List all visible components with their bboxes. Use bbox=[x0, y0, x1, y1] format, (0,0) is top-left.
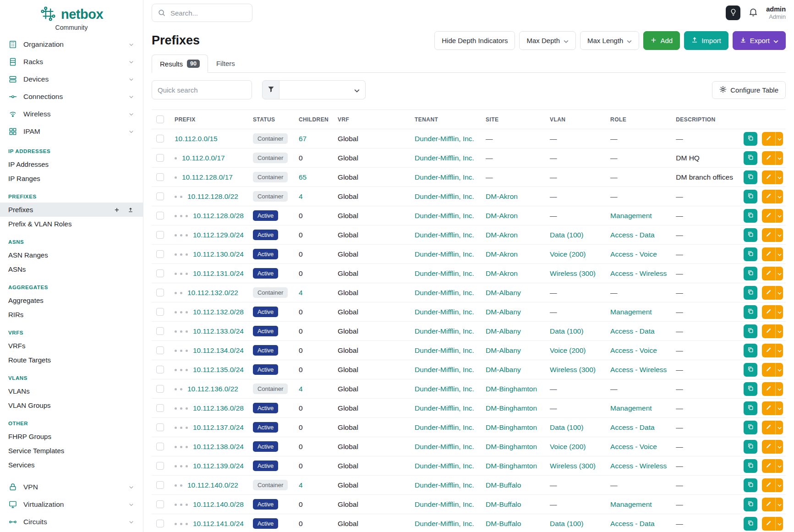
sidebar-item-ip-addresses[interactable]: IP Addresses bbox=[0, 157, 143, 171]
site-link[interactable]: DM-Binghamton bbox=[486, 462, 537, 470]
site-link[interactable]: DM-Buffalo bbox=[486, 520, 521, 527]
edit-button[interactable] bbox=[762, 498, 775, 511]
edit-dropdown-caret[interactable] bbox=[775, 247, 783, 261]
prefix-link[interactable]: 10.112.140.0/28 bbox=[193, 500, 244, 508]
column-header-site[interactable]: SITE bbox=[481, 110, 545, 129]
edit-dropdown-caret[interactable] bbox=[775, 421, 783, 434]
sidebar-group-racks[interactable]: Racks bbox=[0, 53, 143, 71]
copy-button[interactable] bbox=[744, 363, 757, 377]
edit-button[interactable] bbox=[762, 247, 775, 261]
role-link[interactable]: Access - Voice bbox=[610, 250, 657, 258]
children-count[interactable]: 65 bbox=[299, 173, 307, 181]
column-header-vrf[interactable]: VRF bbox=[333, 110, 410, 129]
sidebar-quick-add-button[interactable] bbox=[113, 206, 121, 214]
select-all-checkbox[interactable] bbox=[156, 115, 164, 123]
edit-button[interactable] bbox=[762, 324, 775, 338]
sidebar-group-connections[interactable]: Connections bbox=[0, 88, 143, 105]
vlan-link[interactable]: Voice (200) bbox=[550, 346, 586, 354]
site-link[interactable]: DM-Albany bbox=[486, 308, 521, 316]
edit-button[interactable] bbox=[762, 209, 775, 223]
edit-button[interactable] bbox=[762, 517, 775, 531]
edit-button[interactable] bbox=[762, 478, 775, 492]
sidebar-item-asn-ranges[interactable]: ASN Ranges bbox=[0, 248, 143, 262]
sidebar-quick-import-button[interactable] bbox=[126, 206, 135, 214]
children-count[interactable]: 4 bbox=[299, 289, 303, 296]
column-header-status[interactable]: STATUS bbox=[248, 110, 294, 129]
copy-button[interactable] bbox=[744, 459, 757, 473]
row-checkbox[interactable] bbox=[156, 443, 164, 450]
vlan-link[interactable]: Data (100) bbox=[550, 231, 583, 239]
edit-button[interactable] bbox=[762, 228, 775, 242]
row-checkbox[interactable] bbox=[156, 462, 164, 470]
add-button[interactable]: Add bbox=[643, 31, 680, 50]
vlan-link[interactable]: Data (100) bbox=[550, 520, 583, 527]
user-menu[interactable]: admin Admin bbox=[766, 5, 786, 21]
tenant-link[interactable]: Dunder-Mifflin, Inc. bbox=[415, 385, 474, 393]
hide-depth-indicators-button[interactable]: Hide Depth Indicators bbox=[434, 31, 515, 50]
row-checkbox[interactable] bbox=[156, 192, 164, 200]
copy-button[interactable] bbox=[744, 478, 757, 492]
copy-button[interactable] bbox=[744, 517, 757, 531]
edit-button[interactable] bbox=[762, 286, 775, 300]
tenant-link[interactable]: Dunder-Mifflin, Inc. bbox=[415, 500, 474, 508]
edit-dropdown-caret[interactable] bbox=[775, 324, 783, 338]
role-link[interactable]: Management bbox=[610, 212, 652, 219]
copy-button[interactable] bbox=[744, 247, 757, 261]
sidebar-group-wireless[interactable]: Wireless bbox=[0, 105, 143, 123]
tab-results[interactable]: Results 90 bbox=[152, 55, 208, 73]
copy-button[interactable] bbox=[744, 344, 757, 357]
tab-filters[interactable]: Filters bbox=[208, 55, 243, 72]
copy-button[interactable] bbox=[744, 324, 757, 338]
edit-dropdown-caret[interactable] bbox=[775, 151, 783, 165]
role-link[interactable]: Access - Data bbox=[610, 520, 654, 527]
configure-table-button[interactable]: Configure Table bbox=[712, 81, 786, 99]
site-link[interactable]: DM-Akron bbox=[486, 250, 518, 258]
column-header-tenant[interactable]: TENANT bbox=[410, 110, 481, 129]
prefix-link[interactable]: 10.112.0.0/15 bbox=[175, 135, 218, 143]
prefix-link[interactable]: 10.112.128.0/22 bbox=[187, 192, 238, 200]
edit-button[interactable] bbox=[762, 151, 775, 165]
prefix-link[interactable]: 10.112.134.0/24 bbox=[193, 346, 244, 354]
edit-dropdown-caret[interactable] bbox=[775, 440, 783, 454]
sidebar-item-aggregates[interactable]: Aggregates bbox=[0, 293, 143, 307]
copy-button[interactable] bbox=[744, 401, 757, 415]
row-checkbox[interactable] bbox=[156, 212, 164, 219]
sidebar-group-vpn[interactable]: VPN bbox=[0, 478, 143, 496]
edit-button[interactable] bbox=[762, 190, 775, 203]
tenant-link[interactable]: Dunder-Mifflin, Inc. bbox=[415, 173, 474, 181]
role-link[interactable]: Access - Wireless bbox=[610, 366, 667, 373]
edit-dropdown-caret[interactable] bbox=[775, 228, 783, 242]
role-link[interactable]: Access - Data bbox=[610, 423, 654, 431]
prefix-link[interactable]: 10.112.138.0/24 bbox=[193, 443, 244, 450]
prefix-link[interactable]: 10.112.139.0/24 bbox=[193, 462, 244, 470]
copy-button[interactable] bbox=[744, 132, 757, 146]
row-checkbox[interactable] bbox=[156, 327, 164, 335]
copy-button[interactable] bbox=[744, 151, 757, 165]
role-link[interactable]: Management bbox=[610, 500, 652, 508]
prefix-link[interactable]: 10.112.128.0/28 bbox=[193, 212, 244, 219]
sidebar-item-services[interactable]: Services bbox=[0, 458, 143, 472]
copy-button[interactable] bbox=[744, 382, 757, 396]
sidebar-item-vrfs[interactable]: VRFs bbox=[0, 339, 143, 353]
sidebar-item-route-targets[interactable]: Route Targets bbox=[0, 353, 143, 367]
edit-dropdown-caret[interactable] bbox=[775, 363, 783, 377]
filter-funnel-button[interactable] bbox=[262, 80, 279, 99]
copy-button[interactable] bbox=[744, 498, 757, 511]
tenant-link[interactable]: Dunder-Mifflin, Inc. bbox=[415, 250, 474, 258]
sidebar-item-prefixes[interactable]: Prefixes bbox=[0, 203, 143, 217]
site-link[interactable]: DM-Buffalo bbox=[486, 500, 521, 508]
row-checkbox[interactable] bbox=[156, 520, 164, 527]
sidebar-group-devices[interactable]: Devices bbox=[0, 71, 143, 88]
column-header-vlan[interactable]: VLAN bbox=[545, 110, 606, 129]
sidebar-group-virtualization[interactable]: Virtualization bbox=[0, 496, 143, 513]
prefix-link[interactable]: 10.112.140.0/22 bbox=[187, 481, 238, 489]
tenant-link[interactable]: Dunder-Mifflin, Inc. bbox=[415, 154, 474, 162]
row-checkbox[interactable] bbox=[156, 423, 164, 431]
edit-dropdown-caret[interactable] bbox=[775, 305, 783, 319]
edit-dropdown-caret[interactable] bbox=[775, 478, 783, 492]
brand[interactable]: netbox Community bbox=[0, 5, 143, 31]
edit-dropdown-caret[interactable] bbox=[775, 459, 783, 473]
tenant-link[interactable]: Dunder-Mifflin, Inc. bbox=[415, 423, 474, 431]
copy-button[interactable] bbox=[744, 267, 757, 280]
prefix-link[interactable]: 10.112.135.0/24 bbox=[193, 366, 244, 373]
